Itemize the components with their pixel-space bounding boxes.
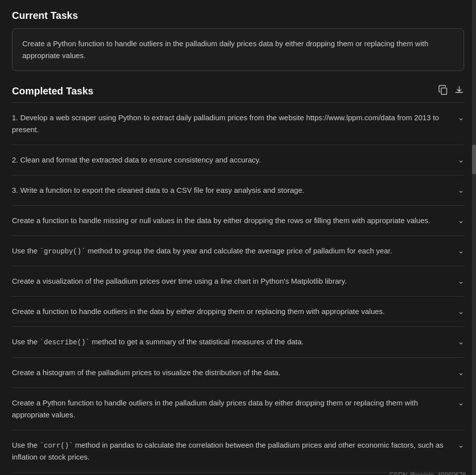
task-text: 1. Develop a web scraper using Python to…: [12, 112, 452, 136]
task-text: Use the `groupby()` method to group the …: [12, 245, 452, 257]
header-icons: [438, 85, 464, 97]
chevron-down-icon: ⌄: [458, 440, 464, 450]
task-item[interactable]: Create a Python function to handle outli…: [12, 388, 464, 430]
task-item[interactable]: 3. Write a function to export the cleane…: [12, 175, 464, 206]
scrollbar-track: [472, 0, 476, 475]
current-task-box: Create a Python function to handle outli…: [12, 28, 464, 71]
task-item[interactable]: Create a histogram of the palladium pric…: [12, 358, 464, 388]
completed-tasks-header: Completed Tasks: [12, 85, 464, 97]
chevron-down-icon: ⌄: [458, 155, 464, 164]
chevron-down-icon: ⌄: [458, 276, 464, 286]
current-task-text: Create a Python function to handle outli…: [22, 39, 428, 60]
task-text: Use the `describe()` method to get a sum…: [12, 336, 452, 348]
task-text: Create a visualization of the palladium …: [12, 275, 452, 287]
completed-task-list: 1. Develop a web scraper using Python to…: [12, 102, 464, 473]
chevron-down-icon: ⌄: [458, 246, 464, 255]
task-item[interactable]: Create a function to handle missing or n…: [12, 206, 464, 236]
task-item[interactable]: Create a visualization of the palladium …: [12, 266, 464, 297]
current-tasks-title: Current Tasks: [12, 10, 464, 21]
task-item[interactable]: 1. Develop a web scraper using Python to…: [12, 103, 464, 145]
task-item[interactable]: Create a function to handle outliers in …: [12, 297, 464, 327]
chevron-down-icon: ⌄: [458, 216, 464, 225]
task-text: Use the `corr()` method in pandas to cal…: [12, 439, 452, 463]
task-item[interactable]: Use the `groupby()` method to group the …: [12, 236, 464, 266]
chevron-down-icon: ⌄: [458, 337, 464, 346]
chevron-down-icon: ⌄: [458, 368, 464, 377]
watermark: CSDN @weixin_40960678: [389, 471, 466, 475]
chevron-down-icon: ⌄: [458, 185, 464, 195]
task-text: 2. Clean and format the extracted data t…: [12, 154, 452, 166]
download-icon[interactable]: [454, 85, 464, 97]
copy-icon[interactable]: [438, 85, 448, 97]
completed-tasks-title: Completed Tasks: [12, 85, 93, 97]
task-item[interactable]: Use the `corr()` method in pandas to cal…: [12, 430, 464, 473]
chevron-down-icon: ⌄: [458, 307, 464, 316]
task-text: Create a function to handle outliers in …: [12, 306, 452, 317]
task-text: Create a histogram of the palladium pric…: [12, 367, 452, 379]
task-text: Create a function to handle missing or n…: [12, 215, 452, 227]
scrollbar-thumb[interactable]: [472, 145, 476, 174]
task-text: 3. Write a function to export the cleane…: [12, 184, 452, 196]
chevron-down-icon: ⌄: [458, 113, 464, 122]
task-item[interactable]: Use the `describe()` method to get a sum…: [12, 327, 464, 357]
chevron-down-icon: ⌄: [458, 398, 464, 407]
task-text: Create a Python function to handle outli…: [12, 397, 452, 421]
task-item[interactable]: 2. Clean and format the extracted data t…: [12, 145, 464, 175]
svg-rect-0: [441, 88, 447, 94]
